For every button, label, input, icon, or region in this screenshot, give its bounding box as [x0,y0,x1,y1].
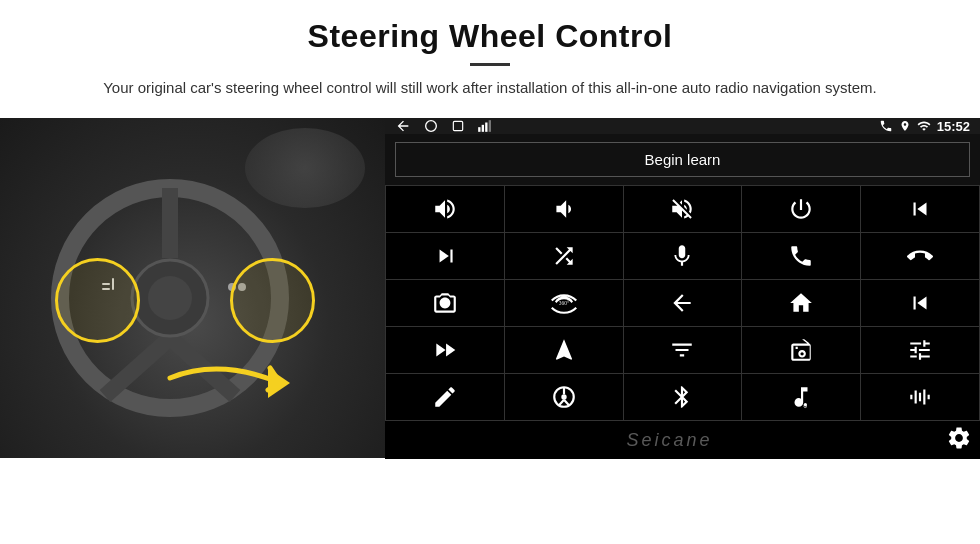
header-section: Steering Wheel Control Your original car… [0,0,980,110]
nav-buttons [395,118,491,134]
svg-text:⚙: ⚙ [804,403,809,409]
pen-cell[interactable] [386,374,504,420]
back-nav-icon [669,290,695,316]
time-display: 15:52 [937,119,970,134]
steering-wheel-cell[interactable] [505,374,623,420]
vol-down-icon [551,196,577,222]
fast-forward-cell[interactable] [386,327,504,373]
begin-learn-section: Begin learn [385,134,980,185]
equalizer-cell[interactable] [624,327,742,373]
svg-line-22 [558,400,563,406]
prev-track-cell[interactable] [861,186,979,232]
shuffle-icon [551,243,577,269]
360-view-cell[interactable]: 360° [505,280,623,326]
page-title: Steering Wheel Control [60,18,920,55]
steering-wheel-icon [551,384,577,410]
car-cam-cell[interactable] [386,280,504,326]
head-unit-panel: 15:52 Begin learn [385,118,980,458]
left-circle-highlight [55,258,140,343]
mic-cell[interactable] [624,233,742,279]
arrow-graphic [160,348,340,428]
right-circle-highlight [230,258,315,343]
call-cell[interactable] [742,233,860,279]
shuffle-cell[interactable] [505,233,623,279]
settings-gear-icon [946,425,972,451]
location-status-icon [899,119,911,133]
call-icon [788,243,814,269]
subtitle-text: Your original car's steering wheel contr… [80,76,900,100]
music-settings-cell[interactable]: ⚙ [742,374,860,420]
bottom-bar: Seicane [385,421,980,459]
radio-icon [788,337,814,363]
svg-point-20 [561,394,566,399]
seicane-watermark: Seicane [626,430,712,450]
svg-line-23 [564,400,569,406]
steering-wheel-image [0,118,385,458]
equalizer-icon [669,337,695,363]
call-end-cell[interactable] [861,233,979,279]
svg-text:360°: 360° [559,300,569,306]
svg-rect-14 [478,127,480,132]
begin-learn-button[interactable]: Begin learn [395,142,970,177]
waveform-icon [907,384,933,410]
music-settings-icon: ⚙ [788,384,814,410]
page-wrapper: Steering Wheel Control Your original car… [0,0,980,458]
android-status-bar: 15:52 [385,118,980,134]
mixer-icon [907,337,933,363]
svg-rect-17 [489,120,491,132]
mic-icon [669,243,695,269]
phone-status-icon [879,119,893,133]
360-view-icon: 360° [551,290,577,316]
home-nav-icon [788,290,814,316]
power-icon [788,196,814,222]
skip-forward-icon [432,243,458,269]
settings-gear-button[interactable] [946,425,972,455]
nav-arrow-icon [551,337,577,363]
vol-mute-cell[interactable] [624,186,742,232]
radio-cell[interactable] [742,327,860,373]
status-icons: 15:52 [879,119,970,134]
svg-rect-15 [482,125,484,132]
signal-bars-icon [477,119,491,133]
vol-down-cell[interactable] [505,186,623,232]
svg-point-12 [426,121,437,132]
mixer-cell[interactable] [861,327,979,373]
home-nav-cell[interactable] [742,280,860,326]
power-cell[interactable] [742,186,860,232]
call-end-icon [907,243,933,269]
skip-back-cell[interactable] [861,280,979,326]
recent-square-icon [451,119,465,133]
title-divider [470,63,510,66]
vol-up-cell[interactable] [386,186,504,232]
svg-rect-16 [485,123,487,132]
vol-mute-icon [669,196,695,222]
waveform-cell[interactable] [861,374,979,420]
wifi-status-icon [917,119,931,133]
vol-up-icon [432,196,458,222]
pen-icon [432,384,458,410]
back-arrow-icon [395,118,411,134]
skip-forward-cell[interactable] [386,233,504,279]
home-circle-icon [423,118,439,134]
bluetooth-icon [669,384,695,410]
bluetooth-cell[interactable] [624,374,742,420]
skip-back-icon [907,290,933,316]
svg-marker-11 [268,368,290,398]
control-icon-grid: 360° [385,185,980,421]
back-nav-cell[interactable] [624,280,742,326]
fast-forward-icon [432,337,458,363]
svg-point-5 [148,276,192,320]
prev-track-icon [907,196,933,222]
svg-rect-13 [453,121,462,130]
navigation-cell[interactable] [505,327,623,373]
content-area: 15:52 Begin learn [0,118,980,458]
car-cam-icon [432,290,458,316]
